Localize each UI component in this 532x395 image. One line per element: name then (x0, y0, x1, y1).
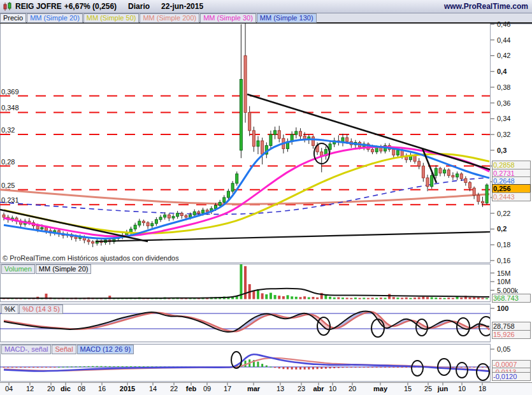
prorealtime-window: REIG JOFRE +6,67% (0,256) Diario 22-jun-… (0, 0, 532, 395)
time-tick-label: dic (61, 385, 71, 392)
legend-senal-chip[interactable]: Señal (52, 345, 76, 354)
time-tick-label: 20 (47, 385, 55, 392)
volume-value-tag: 368.743 (492, 294, 531, 303)
stoch-tick: 100 (497, 305, 508, 312)
price-tick: 0,34 (497, 115, 510, 122)
price-tick: 0,22 (497, 210, 510, 217)
time-tick-label: mar (247, 385, 260, 392)
stoch-value-tag: 15,926 (492, 330, 531, 339)
time-tick-label: 17 (224, 385, 231, 392)
time-tick-label: 18 (478, 385, 486, 392)
price-tick: 0,32 (497, 131, 510, 138)
legend-volumen-chip[interactable]: Volumen (1, 264, 35, 274)
level-label: 0,32 (1, 126, 15, 134)
current-price-tag: 0,256 (492, 184, 531, 193)
time-tick-label: 22 (170, 385, 178, 392)
copyright-note: © ProRealTime.com Históricos ajustados c… (3, 254, 179, 262)
price-tick: 0,38 (497, 83, 510, 91)
time-tick-label: 10 (458, 385, 466, 392)
price-tick: 0,46 (497, 20, 510, 28)
legend-d-chip[interactable]: %D (14 3 5) (19, 305, 63, 314)
time-tick-label: 13 (277, 385, 284, 392)
price-tick: 0,4 (497, 68, 507, 75)
time-tick-label: 08 (78, 385, 85, 392)
volume-tick: 15M (497, 269, 510, 277)
time-tick-label: 04 (5, 385, 13, 392)
level-label: 0,28 (1, 158, 15, 166)
macd-legend: MACD-, señalSeñalMACD (12 26 9) (1, 345, 134, 356)
time-tick-label: 25 (424, 385, 432, 392)
price-tick: 0,3 (497, 147, 507, 154)
time-tick-label: 12 (26, 385, 34, 392)
time-tick-label: 23 (298, 385, 305, 392)
ma-price-tag: 0,2443 (492, 192, 531, 201)
volume-tick: 5.000k (497, 287, 518, 294)
time-tick-label: jun (438, 385, 449, 392)
time-tick-label: 15 (404, 385, 412, 392)
level-label: 0,25 (1, 182, 15, 189)
time-tick-label: 20 (349, 385, 356, 392)
price-tick: 0,16 (497, 257, 510, 264)
price-tick: 0,18 (497, 241, 510, 248)
legend-k-chip[interactable]: %K (1, 305, 18, 314)
macd-tick: 0,05 (497, 345, 510, 353)
time-tick-label: 2015 (120, 385, 135, 392)
time-tick-label: abr (313, 385, 324, 392)
legend-macd-chip[interactable]: MACD (12 26 9) (77, 345, 134, 354)
charts-canvas (0, 0, 532, 395)
price-tick: 0,42 (497, 52, 510, 59)
volume-legend: VolumenMM (Simple 20) (1, 264, 92, 276)
time-tick-label: 16 (98, 385, 106, 392)
stoch-value-tag: 28,758 (492, 322, 531, 331)
stochastic-legend: %K%D (14 3 5) (1, 305, 64, 316)
time-tick-label: may (373, 385, 387, 392)
time-tick-label: feb (186, 385, 197, 392)
legend-macdhist-chip[interactable]: MACD-, señal (1, 345, 51, 354)
level-label: 0,369 (1, 88, 19, 96)
time-tick-label: 10 (329, 385, 336, 392)
level-label: 0,348 (1, 104, 19, 111)
volume-tick: 10M (497, 278, 510, 285)
ma-price-tag: 0,2858 (492, 161, 531, 169)
price-tick: 0,44 (497, 36, 510, 44)
time-tick-label: 14 (149, 385, 157, 392)
legend-volma-chip[interactable]: MM (Simple 20) (36, 264, 92, 274)
time-tick-label: 09 (203, 385, 211, 392)
price-tick: 0,2 (497, 225, 507, 233)
price-tick: 0,36 (497, 99, 510, 107)
level-label: 0,231 (1, 196, 19, 204)
macd-value-tag: -0,0120 (492, 372, 531, 381)
